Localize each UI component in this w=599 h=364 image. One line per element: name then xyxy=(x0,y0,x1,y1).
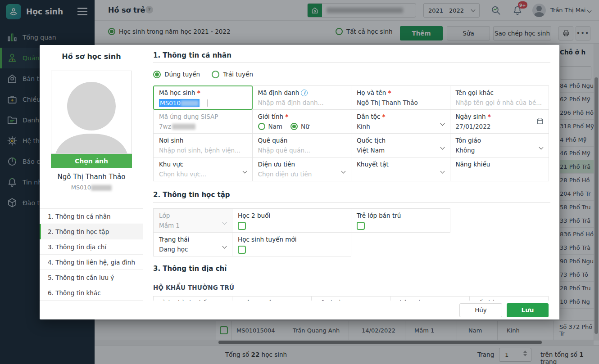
nav-item-address-info[interactable]: 3. Thông tin địa chỉ xyxy=(40,239,143,255)
field-status[interactable]: Trạng thái Đang học xyxy=(153,232,232,256)
student-code: MS010 xyxy=(40,184,143,191)
study-info-grid: Lớp Mầm 1 Học 2 buổi Trẻ lớp bán trú xyxy=(153,208,550,256)
modal-form-area: 1. Thông tin cá nhân Đúng tuyến Trái tuy… xyxy=(143,45,559,301)
section3-title: 3. Thông tin địa chỉ xyxy=(153,265,550,276)
student-profile-modal: Hồ sơ học sinh Chọn ảnh Ngô Thị Thanh Th… xyxy=(40,45,559,319)
field-religion[interactable]: Tôn giáo Không xyxy=(450,133,549,157)
save-button[interactable]: Lưu xyxy=(507,303,549,317)
col-hamlet: Thôn/Xóm xyxy=(390,296,469,301)
field-sisap-code: Mã ứng dụng SISAP 7wz xyxy=(153,109,253,134)
field-class: Lớp Mầm 1 xyxy=(153,208,232,233)
field-nationality[interactable]: Quốc tịch Việt Nam xyxy=(351,133,450,157)
col-district: Quận/Huyện xyxy=(232,296,311,301)
text-cursor xyxy=(208,99,209,107)
permanent-residence-subtitle: HỘ KHẨU THƯỜNG TRÚ xyxy=(153,284,550,291)
cancel-button[interactable]: Hủy xyxy=(459,303,502,317)
field-nickname[interactable]: Tên gọi khác Nhập tên gọi ở nhà của bé..… xyxy=(450,85,549,110)
radio-nam[interactable] xyxy=(258,123,265,130)
field-home-town[interactable]: Quê quán Nhập quê quán... xyxy=(252,133,352,157)
modal-left-panel: Hồ sơ học sinh Chọn ảnh Ngô Thị Thanh Th… xyxy=(40,45,143,319)
col-province: Tỉnh/Thành phố xyxy=(153,296,232,301)
field-talent[interactable]: Năng khiếu xyxy=(450,157,549,181)
calendar-icon[interactable] xyxy=(536,117,544,126)
field-birth-date[interactable]: Ngày sinh* 27/01/2022 xyxy=(450,109,549,134)
two-sessions-checkbox[interactable] xyxy=(238,222,246,230)
nav-item-family-contact-info[interactable]: 4. Thông tin liên hệ, gia đình xyxy=(40,255,143,270)
student-photo-placeholder xyxy=(51,71,132,154)
field-new-enrollee[interactable]: Học sinh tuyển mới xyxy=(232,232,351,256)
address-table-header: Tỉnh/Thành phố Quận/Huyện Xã/Phường Thôn… xyxy=(153,296,550,301)
field-area[interactable]: Khu vực Chọn khu vực... xyxy=(153,157,253,181)
modal-footer: Hủy Lưu xyxy=(143,301,559,319)
modal-section-nav: 1. Thông tin cá nhân 2. Thông tin học tậ… xyxy=(40,208,143,301)
radio-nu[interactable] xyxy=(290,123,298,130)
choose-photo-button[interactable]: Chọn ảnh xyxy=(51,154,132,168)
nav-item-notes-info[interactable]: 5. Thông tin cần lưu ý xyxy=(40,270,143,285)
field-student-code[interactable]: Mã học sinh* MS010 xyxy=(153,85,253,110)
radio-dung-tuyen[interactable] xyxy=(153,71,161,78)
nav-item-study-info[interactable]: 2. Thông tin học tập xyxy=(40,224,143,239)
col-ward: Xã/Phường xyxy=(311,296,390,301)
nav-item-other-info[interactable]: 6. Thông tin khác xyxy=(40,285,143,301)
app-screen: Học sinh Tổng quan Quản xyxy=(0,0,599,364)
field-disability[interactable]: Khuyết tật xyxy=(351,157,450,181)
field-ethnicity[interactable]: Dân tộc* Kinh xyxy=(351,109,450,134)
section2-title: 2. Thông tin học tập xyxy=(153,191,550,202)
chevron-down-icon xyxy=(440,169,445,174)
field-birth-place[interactable]: Nơi sinh Nhập nơi sinh, bệnh viện... xyxy=(153,133,253,157)
modal-title: Hồ sơ học sinh xyxy=(40,52,143,61)
personal-info-grid: Mã học sinh* MS010 Mã định danhi Nhập mã… xyxy=(153,85,550,181)
nav-item-personal-info[interactable]: 1. Thông tin cá nhân xyxy=(40,209,143,224)
field-boarding[interactable]: Trẻ lớp bán trú xyxy=(351,208,450,233)
field-gender[interactable]: Giới tính* Nam Nữ xyxy=(252,109,352,134)
section1-title: 1. Thông tin cá nhân xyxy=(153,51,550,63)
new-enrollee-checkbox[interactable] xyxy=(238,246,246,254)
enrollment-radio-group: Đúng tuyến Trái tuyến xyxy=(153,69,550,80)
student-name: Ngô Thị Thanh Thảo xyxy=(40,173,143,181)
field-full-name[interactable]: Họ và tên* Ngô Thị Thanh Thảo xyxy=(351,85,450,110)
info-icon[interactable]: i xyxy=(301,90,308,96)
field-two-sessions[interactable]: Học 2 buổi xyxy=(232,208,351,233)
field-identity-code[interactable]: Mã định danhi Nhập mã định danh... xyxy=(252,85,352,110)
boarding-checkbox[interactable] xyxy=(357,222,365,230)
field-priority[interactable]: Diện ưu tiên Chọn diện ưu tiên xyxy=(252,157,352,181)
col-house-number: Số nhà xyxy=(469,296,549,301)
radio-trai-tuyen[interactable] xyxy=(212,71,219,78)
